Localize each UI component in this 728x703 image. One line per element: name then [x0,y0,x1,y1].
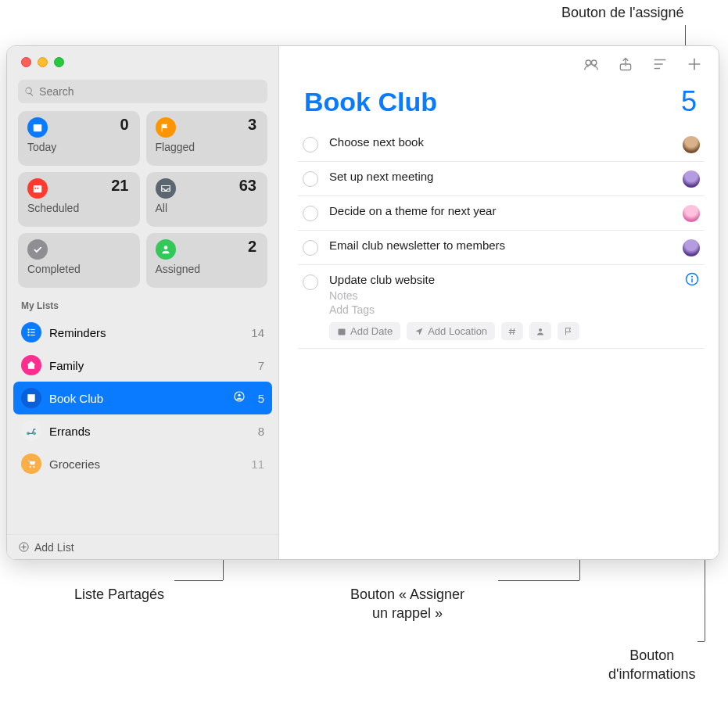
collaborate-button[interactable] [583,56,600,73]
reminder-row[interactable]: Decide on a theme for next year [298,196,705,231]
search-icon [24,86,34,97]
sidebar: 0 Today 3 Flagged 21 Scheduled [7,46,279,559]
shared-list-icon [233,390,246,406]
list-reminders[interactable]: Reminders 14 [7,316,278,349]
list-bullet-icon [21,322,41,343]
svg-point-19 [586,60,590,65]
svg-point-13 [238,394,240,396]
svg-point-20 [591,60,596,65]
search-input[interactable] [39,85,261,98]
label: Add Date [350,325,393,337]
smart-completed[interactable]: Completed [18,233,140,288]
list-errands[interactable]: Errands 8 [7,414,278,447]
list-count: 5 [258,392,264,405]
notes-field[interactable]: Notes [329,289,700,302]
svg-point-25 [691,276,693,278]
svg-rect-22 [339,328,346,335]
reminder-row[interactable]: Choose next book [298,127,705,162]
add-list-button[interactable]: Add List [7,534,278,559]
search-field[interactable] [18,80,267,103]
assignee-avatar[interactable] [683,239,700,256]
complete-toggle[interactable] [303,171,318,187]
label: Today [27,141,131,153]
cart-icon [21,454,41,474]
complete-toggle[interactable] [303,274,318,290]
svg-point-17 [33,466,34,468]
leader-line [698,641,705,642]
assignee-avatar[interactable] [683,205,700,222]
zoom-window-button[interactable] [54,57,64,67]
smart-assigned[interactable]: 2 Assigned [146,233,268,288]
smart-scheduled[interactable]: 21 Scheduled [18,172,140,227]
smart-list-grid: 0 Today 3 Flagged 21 Scheduled [7,111,278,288]
assignee-avatar[interactable] [683,170,700,188]
complete-toggle[interactable] [303,206,318,221]
list-groceries[interactable]: Groceries 11 [7,447,278,480]
new-reminder-button[interactable] [686,56,703,73]
list-count: 8 [258,425,264,438]
close-window-button[interactable] [21,57,31,67]
reminder-title: Set up next meeting [329,170,672,183]
reminder-row[interactable]: Email club newsletter to members [298,231,705,265]
svg-rect-3 [35,188,37,189]
tags-field[interactable]: Add Tags [329,303,700,316]
list-bookclub[interactable]: Book Club 5 [13,382,272,414]
person-small-icon [536,327,545,336]
callout-assign-reminder: Bouton « Assigner un rappel » [350,585,464,623]
tray-icon [156,178,176,199]
minimize-window-button[interactable] [38,57,48,67]
section-my-lists: My Lists [7,288,278,316]
reminder-title[interactable]: Update club website [329,273,700,286]
callout-shared-list: Liste Partagés [74,585,164,604]
calendar-small-icon [337,327,346,336]
count: 3 [248,116,256,134]
view-options-button[interactable] [651,56,669,73]
svg-point-8 [27,332,29,333]
list-count: 7 [258,359,264,372]
title-row: Book Club 5 [279,79,719,127]
list-count: 11 [251,457,264,471]
reminders-window: 0 Today 3 Flagged 21 Scheduled [6,45,719,560]
location-arrow-icon [414,327,424,336]
info-circle-icon [684,271,700,287]
reminder-title: Choose next book [329,135,672,149]
complete-toggle[interactable] [303,137,318,152]
smart-all[interactable]: 63 All [146,172,268,227]
reminder-title: Decide on a theme for next year [329,204,672,217]
share-button[interactable] [617,56,634,73]
smart-today[interactable]: 0 Today [18,111,140,166]
add-location-button[interactable]: Add Location [407,322,495,340]
assign-reminder-button[interactable] [529,322,551,340]
toolbar [279,46,719,79]
smart-flagged[interactable]: 3 Flagged [146,111,268,166]
svg-point-23 [539,328,542,332]
count: 2 [248,238,256,256]
scooter-icon [21,421,41,441]
svg-point-5 [163,246,167,249]
complete-toggle[interactable] [303,240,318,256]
info-button[interactable] [684,271,700,287]
label: Add Location [428,325,487,337]
calendar-icon [27,178,48,199]
svg-point-16 [30,466,31,468]
add-tag-button[interactable] [501,322,523,340]
person-icon [156,239,176,260]
count: 63 [239,177,256,195]
reminder-row-editing[interactable]: Update club website Notes Add Tags Add D… [298,265,705,349]
flag-reminder-button[interactable] [558,322,579,340]
list-name: Reminders [49,326,243,339]
svg-rect-9 [30,332,35,332]
flag-small-icon [564,327,573,336]
label: Flagged [156,141,259,153]
house-icon [21,355,41,375]
reminder-row[interactable]: Set up next meeting [298,162,705,196]
flag-icon [156,117,176,138]
add-date-button[interactable]: Add Date [329,322,400,340]
svg-rect-2 [34,185,42,192]
assignee-avatar[interactable] [683,136,700,153]
svg-point-6 [27,328,29,330]
label: All [156,202,259,214]
leader-line [498,580,579,581]
count: 21 [111,177,128,195]
list-family[interactable]: Family 7 [7,349,278,382]
